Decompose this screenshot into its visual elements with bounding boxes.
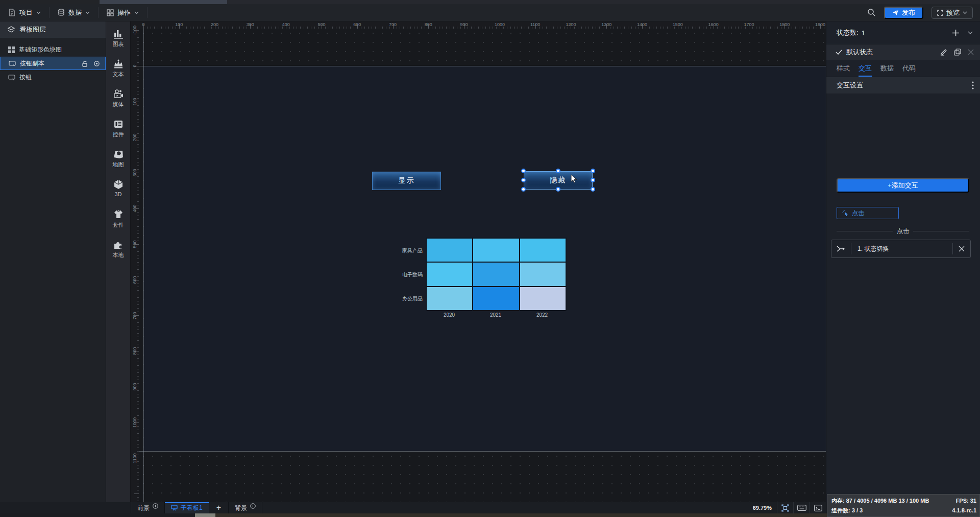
layer-item-button[interactable]: 按钮 <box>0 70 106 84</box>
heatmap-cell[interactable] <box>427 239 472 262</box>
heatmap-cell[interactable] <box>427 263 472 286</box>
click-trigger-chip[interactable]: 点击 <box>837 207 899 219</box>
menubar: 项目 数据 操作 <box>0 4 980 21</box>
heatmap-cell[interactable] <box>473 263 519 286</box>
layer-item-heatmap[interactable]: 基础矩形色块图 <box>0 43 106 56</box>
show-button-widget[interactable]: 显示 <box>372 172 441 190</box>
state-name-label: 默认状态 <box>846 48 873 57</box>
inspector-tabs: 样式 交互 数据 代码 <box>826 60 980 77</box>
tool-kits[interactable]: 套件 <box>106 206 131 237</box>
selection-handle-s[interactable] <box>556 187 560 192</box>
heatmap-cell[interactable] <box>520 287 566 310</box>
ruler-v-label: 1100 <box>132 450 137 467</box>
ruler-h-label: 700 <box>389 22 397 27</box>
mouse-cursor-icon <box>571 174 579 183</box>
heatmap-cell[interactable] <box>520 263 566 286</box>
add-circle-icon[interactable] <box>250 503 256 509</box>
duplicate-icon[interactable] <box>954 49 961 56</box>
tool-3d[interactable]: 3D <box>106 176 131 206</box>
publish-label: 发布 <box>902 8 915 17</box>
selection-handle-e[interactable] <box>591 178 595 182</box>
scrollbar-thumb[interactable] <box>195 513 215 517</box>
chevron-down-icon <box>134 11 139 14</box>
interaction-action-row[interactable]: 1. 状态切换 <box>831 240 971 258</box>
tab-data[interactable]: 数据 <box>880 60 894 77</box>
tool-text[interactable]: 文本 <box>106 56 131 86</box>
ruler-v-label: 500 <box>132 236 137 253</box>
ruler-h-label: 1100 <box>530 22 540 27</box>
add-circle-icon[interactable] <box>153 503 158 509</box>
selection-handle-nw[interactable] <box>521 169 526 173</box>
menu-actions[interactable]: 操作 <box>99 4 147 21</box>
add-interaction-label: +添加交互 <box>888 181 918 190</box>
tool-charts[interactable]: 图表 <box>106 26 131 56</box>
tab-code[interactable]: 代码 <box>902 60 916 77</box>
selection-handle-sw[interactable] <box>521 187 526 192</box>
default-state-row[interactable]: 默认状态 <box>826 44 980 60</box>
tool-widgets[interactable]: 控件 <box>106 116 131 146</box>
click-group-divider: 点击 <box>837 227 969 234</box>
add-state-icon[interactable] <box>952 29 960 37</box>
puzzle-icon <box>113 237 124 250</box>
layer-item-label: 基础矩形色块图 <box>19 45 62 54</box>
search-icon[interactable] <box>867 8 876 17</box>
ruler-h-label: 400 <box>282 22 290 27</box>
keyboard-shortcuts-icon[interactable] <box>793 502 810 513</box>
fit-to-screen-icon[interactable] <box>777 502 793 513</box>
ruler-v-label: 300 <box>132 164 137 181</box>
ruler-h-label: 1300 <box>601 22 611 27</box>
add-board-tab[interactable]: + <box>209 502 229 513</box>
selection-handle-n[interactable] <box>556 169 560 173</box>
heatmap-cell[interactable] <box>473 239 519 262</box>
visibility-icon[interactable] <box>93 60 100 67</box>
heatmap-row-label: 办公用品 <box>386 295 423 301</box>
component-toolbar: 图表 文本 媒体 控件 地图 <box>106 21 131 502</box>
layer-item-button-copy[interactable]: 按钮副本 <box>0 57 106 70</box>
heatmap-row-label: 家具产品 <box>386 247 423 253</box>
background-tab[interactable]: 背景 <box>229 502 262 513</box>
tool-media[interactable]: 媒体 <box>106 86 131 116</box>
preview-button[interactable]: 预览 <box>932 7 973 19</box>
color-block-chart-icon <box>8 46 15 53</box>
delete-state-icon[interactable] <box>968 49 974 55</box>
more-options-icon[interactable] <box>972 81 974 89</box>
menu-data[interactable]: 数据 <box>50 4 98 21</box>
layers-panel-header: 看板图层 <box>0 21 106 38</box>
add-interaction-button[interactable]: +添加交互 <box>837 178 969 193</box>
tab-interaction[interactable]: 交互 <box>859 60 872 77</box>
ruler-h-label: 1900 <box>815 22 825 27</box>
hide-button-label: 隐藏 <box>550 176 567 185</box>
subboard-tab[interactable]: 子看板1 <box>165 502 209 513</box>
ruler-horizontal: 0100200300400500600700800900100011001200… <box>139 21 826 29</box>
ruler-vertical: -100010020030040050060070080090010001100 <box>131 29 139 502</box>
tool-label: 套件 <box>113 221 124 229</box>
console-icon[interactable] <box>810 502 826 513</box>
tool-label: 地图 <box>113 161 124 169</box>
remove-action-icon[interactable] <box>953 246 970 252</box>
heatmap-cell[interactable] <box>473 287 519 310</box>
artboard-bottom-guide <box>139 451 826 452</box>
tool-maps[interactable]: 地图 <box>106 146 131 176</box>
selection-handle-ne[interactable] <box>591 169 595 173</box>
heatmap-cell[interactable] <box>427 287 472 310</box>
publish-button[interactable]: 发布 <box>884 7 923 19</box>
menu-project[interactable]: 项目 <box>0 4 49 21</box>
ruler-v-label: 900 <box>132 378 137 395</box>
heatmap-chart[interactable] <box>426 238 567 311</box>
zoom-level[interactable]: 69.79% <box>748 505 777 511</box>
ruler-v-label: 1000 <box>132 414 137 431</box>
layers-panel-title: 看板图层 <box>19 25 46 34</box>
selection-handle-se[interactable] <box>591 187 595 192</box>
tool-local[interactable]: 本地 <box>106 237 131 267</box>
unlock-icon[interactable] <box>82 60 88 67</box>
collapse-states-icon[interactable] <box>968 31 973 34</box>
tool-label: 3D <box>114 191 121 197</box>
foreground-tab[interactable]: 前景 <box>131 502 165 513</box>
selection-handle-w[interactable] <box>521 178 526 182</box>
layers-icon <box>7 26 15 33</box>
heatmap-cell[interactable] <box>520 239 566 262</box>
tab-style[interactable]: 样式 <box>837 60 850 77</box>
scrollbar-track <box>0 513 195 517</box>
subboard-tab-label: 子看板1 <box>181 504 203 512</box>
edit-pen-icon[interactable] <box>940 49 947 56</box>
